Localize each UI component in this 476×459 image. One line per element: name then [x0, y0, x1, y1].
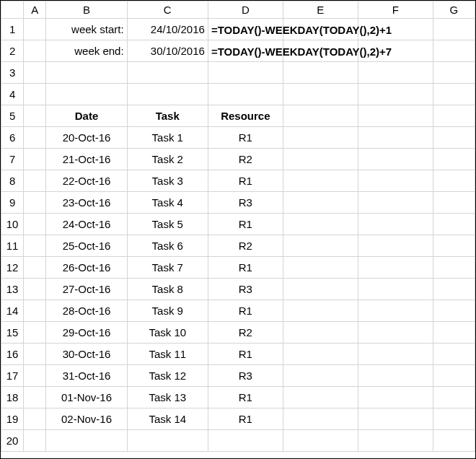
cell-C4[interactable] [127, 84, 208, 105]
cell-G14[interactable] [433, 300, 475, 322]
row-header-12[interactable]: 12 [1, 257, 24, 279]
cell-G17[interactable] [433, 365, 475, 387]
cell-F5[interactable] [358, 105, 433, 127]
cell-E13[interactable] [283, 279, 358, 300]
cell-F20[interactable] [358, 430, 433, 452]
cell-B13[interactable]: 27-Oct-16 [46, 279, 127, 300]
cell-A5[interactable] [24, 105, 46, 127]
cell-E12[interactable] [283, 257, 358, 279]
cell-D18[interactable]: R1 [208, 387, 283, 408]
cell-D15[interactable]: R2 [208, 322, 283, 344]
cell-G15[interactable] [433, 322, 475, 344]
cell-E18[interactable] [283, 387, 358, 408]
cell-D14[interactable]: R1 [208, 300, 283, 322]
cell-C14[interactable]: Task 9 [127, 300, 208, 322]
cell-G19[interactable] [433, 408, 475, 430]
cell-D10[interactable]: R1 [208, 214, 283, 235]
cell-A1[interactable] [24, 19, 46, 40]
cell-G2[interactable] [433, 40, 475, 62]
cell-B3[interactable] [46, 62, 127, 84]
cell-E9[interactable] [283, 192, 358, 214]
cell-A18[interactable] [24, 387, 46, 408]
cell-B14[interactable]: 28-Oct-16 [46, 300, 127, 322]
cell-B12[interactable]: 26-Oct-16 [46, 257, 127, 279]
cell-E3[interactable] [283, 62, 358, 84]
cell-B10[interactable]: 24-Oct-16 [46, 214, 127, 235]
cell-A7[interactable] [24, 149, 46, 170]
cell-D6[interactable]: R1 [208, 127, 283, 149]
cell-E17[interactable] [283, 365, 358, 387]
col-header-B[interactable]: B [46, 1, 127, 19]
row-header-8[interactable]: 8 [1, 170, 24, 192]
spreadsheet[interactable]: A B C D E F G 1week start:24/10/2016=TOD… [0, 0, 476, 459]
cell-E11[interactable] [283, 235, 358, 257]
cell-G6[interactable] [433, 127, 475, 149]
cell-C1[interactable]: 24/10/2016 [127, 19, 208, 40]
cell-E15[interactable] [283, 322, 358, 344]
row-header-15[interactable]: 15 [1, 322, 24, 344]
cell-A2[interactable] [24, 40, 46, 62]
row-header-16[interactable]: 16 [1, 344, 24, 365]
row-header-3[interactable]: 3 [1, 62, 24, 84]
cell-F19[interactable] [358, 408, 433, 430]
cell-D12[interactable]: R1 [208, 257, 283, 279]
cell-C19[interactable]: Task 14 [127, 408, 208, 430]
cell-G12[interactable] [433, 257, 475, 279]
cell-F6[interactable] [358, 127, 433, 149]
cell-A3[interactable] [24, 62, 46, 84]
cell-F8[interactable] [358, 170, 433, 192]
cell-C11[interactable]: Task 6 [127, 235, 208, 257]
cell-B8[interactable]: 22-Oct-16 [46, 170, 127, 192]
cell-C2[interactable]: 30/10/2016 [127, 40, 208, 62]
cell-F17[interactable] [358, 365, 433, 387]
cell-A14[interactable] [24, 300, 46, 322]
col-header-A[interactable]: A [24, 1, 46, 19]
cell-B7[interactable]: 21-Oct-16 [46, 149, 127, 170]
col-header-F[interactable]: F [358, 1, 433, 19]
cell-E20[interactable] [283, 430, 358, 452]
cell-F11[interactable] [358, 235, 433, 257]
cell-A17[interactable] [24, 365, 46, 387]
cell-C8[interactable]: Task 3 [127, 170, 208, 192]
cell-D20[interactable] [208, 430, 283, 452]
cell-E10[interactable] [283, 214, 358, 235]
cell-E14[interactable] [283, 300, 358, 322]
col-header-C[interactable]: C [127, 1, 208, 19]
cell-E5[interactable] [283, 105, 358, 127]
row-header-20[interactable]: 20 [1, 430, 24, 452]
cell-A19[interactable] [24, 408, 46, 430]
cell-A8[interactable] [24, 170, 46, 192]
cell-C10[interactable]: Task 5 [127, 214, 208, 235]
cell-B16[interactable]: 30-Oct-16 [46, 344, 127, 365]
cell-E6[interactable] [283, 127, 358, 149]
cell-D3[interactable] [208, 62, 283, 84]
cell-G18[interactable] [433, 387, 475, 408]
cell-B4[interactable] [46, 84, 127, 105]
row-header-17[interactable]: 17 [1, 365, 24, 387]
cell-F12[interactable] [358, 257, 433, 279]
cell-B1[interactable]: week start: [46, 19, 127, 40]
cell-D7[interactable]: R2 [208, 149, 283, 170]
cell-F4[interactable] [358, 84, 433, 105]
cell-A20[interactable] [24, 430, 46, 452]
cell-C18[interactable]: Task 13 [127, 387, 208, 408]
row-header-19[interactable]: 19 [1, 408, 24, 430]
row-header-11[interactable]: 11 [1, 235, 24, 257]
cell-C17[interactable]: Task 12 [127, 365, 208, 387]
cell-B6[interactable]: 20-Oct-16 [46, 127, 127, 149]
cell-G4[interactable] [433, 84, 475, 105]
cell-B20[interactable] [46, 430, 127, 452]
row-header-18[interactable]: 18 [1, 387, 24, 408]
cell-D16[interactable]: R1 [208, 344, 283, 365]
cell-F18[interactable] [358, 387, 433, 408]
cell-B18[interactable]: 01-Nov-16 [46, 387, 127, 408]
cell-A12[interactable] [24, 257, 46, 279]
row-header-9[interactable]: 9 [1, 192, 24, 214]
cell-F7[interactable] [358, 149, 433, 170]
cell-F15[interactable] [358, 322, 433, 344]
cell-B5[interactable]: Date [46, 105, 127, 127]
col-header-D[interactable]: D [208, 1, 283, 19]
cell-D17[interactable]: R3 [208, 365, 283, 387]
cell-F14[interactable] [358, 300, 433, 322]
cell-E8[interactable] [283, 170, 358, 192]
